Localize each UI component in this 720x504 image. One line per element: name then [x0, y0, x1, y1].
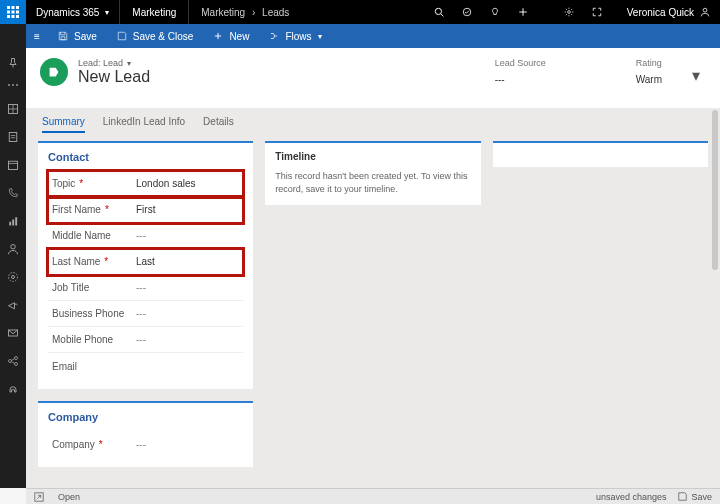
field-company[interactable]: Company* ---: [48, 431, 243, 457]
field-last-name[interactable]: Last Name* Last: [48, 249, 243, 275]
tab-details[interactable]: Details: [203, 116, 234, 133]
svg-rect-3: [7, 11, 10, 14]
svg-line-22: [571, 9, 572, 10]
task-button[interactable]: [453, 0, 481, 24]
svg-point-9: [435, 8, 441, 14]
rail-contacts[interactable]: [6, 242, 20, 256]
breadcrumb-area[interactable]: Marketing: [201, 7, 245, 18]
app-name[interactable]: Marketing: [120, 0, 189, 24]
field-first-name[interactable]: First Name* First: [48, 197, 243, 223]
field-mobile-phone[interactable]: Mobile Phone ---: [48, 327, 243, 353]
svg-rect-35: [12, 220, 14, 226]
search-button[interactable]: [425, 0, 453, 24]
status-bar: Open unsaved changes Save: [26, 488, 720, 504]
svg-line-10: [441, 14, 444, 17]
expand-icon: [592, 7, 602, 17]
field-middle-name[interactable]: Middle Name ---: [48, 223, 243, 249]
svg-point-38: [12, 276, 15, 279]
person-icon: [700, 7, 710, 17]
user-menu[interactable]: Veronica Quick: [611, 7, 720, 18]
gear-icon: [564, 7, 574, 17]
field-job-title[interactable]: Job Title ---: [48, 275, 243, 301]
company-section: Company Company* ---: [38, 401, 253, 467]
svg-rect-1: [12, 6, 15, 9]
svg-line-20: [571, 14, 572, 15]
save-button[interactable]: Save: [48, 31, 107, 42]
timeline-empty-note: This record hasn't been created yet. To …: [275, 170, 470, 195]
plus-icon: [518, 7, 528, 17]
task-icon: [462, 7, 472, 17]
search-icon: [434, 7, 444, 17]
entity-type-selector[interactable]: Lead: Lead ▾: [78, 58, 150, 68]
rail-pin[interactable]: [6, 56, 20, 70]
svg-rect-36: [15, 217, 17, 225]
rail-calendar[interactable]: [6, 158, 20, 172]
form-tabs: Summary LinkedIn Lead Info Details: [38, 108, 708, 141]
svg-rect-8: [16, 15, 19, 18]
command-bar: ≡ Save Save & Close New Flows ▾: [26, 24, 720, 48]
settings-button[interactable]: [555, 0, 583, 24]
unsaved-indicator: unsaved changes: [596, 492, 667, 502]
rail-overflow[interactable]: ⋯: [7, 78, 20, 92]
section-title: Timeline: [275, 151, 470, 162]
breadcrumb-page[interactable]: Leads: [262, 7, 289, 18]
chevron-down-icon: ▾: [318, 32, 322, 41]
assistant-button[interactable]: [481, 0, 509, 24]
breadcrumb: Marketing › Leads: [189, 7, 301, 18]
field-business-phone[interactable]: Business Phone ---: [48, 301, 243, 327]
chevron-down-icon: ▾: [127, 59, 131, 68]
scrollbar[interactable]: [712, 110, 718, 270]
form-content: Lead: Lead ▾ New Lead Lead Source --- Ra…: [26, 48, 720, 488]
add-button[interactable]: [509, 0, 537, 24]
fullscreen-button[interactable]: [583, 0, 611, 24]
header-expand[interactable]: ▾: [692, 58, 706, 85]
tab-summary[interactable]: Summary: [42, 116, 85, 133]
rail-dashboards[interactable]: [6, 102, 20, 116]
flows-button[interactable]: Flows ▾: [259, 31, 331, 42]
svg-point-39: [9, 273, 18, 282]
rail-campaigns[interactable]: [6, 298, 20, 312]
tab-linkedin[interactable]: LinkedIn Lead Info: [103, 116, 185, 133]
header-field-rating[interactable]: Rating Warm: [636, 58, 662, 85]
svg-rect-0: [7, 6, 10, 9]
svg-rect-6: [7, 15, 10, 18]
section-title: Contact: [48, 151, 243, 163]
record-status: Open: [58, 492, 80, 502]
plus-icon: [213, 31, 223, 41]
svg-point-37: [11, 245, 16, 250]
lead-icon: [47, 65, 61, 79]
svg-line-44: [12, 359, 15, 361]
sitemap-toggle[interactable]: ≡: [26, 31, 48, 42]
related-section: [493, 141, 708, 167]
svg-rect-2: [16, 6, 19, 9]
field-topic[interactable]: Topic* London sales: [48, 171, 243, 197]
rail-support[interactable]: [6, 382, 20, 396]
field-email[interactable]: Email: [48, 353, 243, 379]
rail-email[interactable]: [6, 326, 20, 340]
waffle-icon: [7, 6, 19, 18]
popout-icon[interactable]: [34, 492, 44, 502]
svg-rect-4: [12, 11, 15, 14]
header-field-lead-source[interactable]: Lead Source ---: [495, 58, 546, 85]
brand-label: Dynamics 365: [36, 7, 99, 18]
rail-settings[interactable]: [6, 270, 20, 284]
save-icon: [58, 31, 68, 41]
save-icon: [678, 492, 687, 501]
rail-calls[interactable]: [6, 186, 20, 200]
save-close-button[interactable]: Save & Close: [107, 31, 204, 42]
footer-save-button[interactable]: Save: [678, 492, 712, 502]
svg-line-45: [12, 362, 15, 364]
rail-social[interactable]: [6, 354, 20, 368]
new-button[interactable]: New: [203, 31, 259, 42]
brand-dropdown[interactable]: Dynamics 365 ▾: [26, 0, 120, 24]
page-title: New Lead: [78, 68, 150, 86]
svg-point-23: [703, 8, 707, 12]
rail-activities[interactable]: [6, 130, 20, 144]
svg-point-14: [567, 11, 570, 14]
svg-rect-7: [12, 15, 15, 18]
svg-rect-5: [16, 11, 19, 14]
svg-point-11: [463, 8, 471, 16]
rail-reports[interactable]: [6, 214, 20, 228]
user-name: Veronica Quick: [627, 7, 694, 18]
app-launcher-button[interactable]: [0, 0, 26, 24]
